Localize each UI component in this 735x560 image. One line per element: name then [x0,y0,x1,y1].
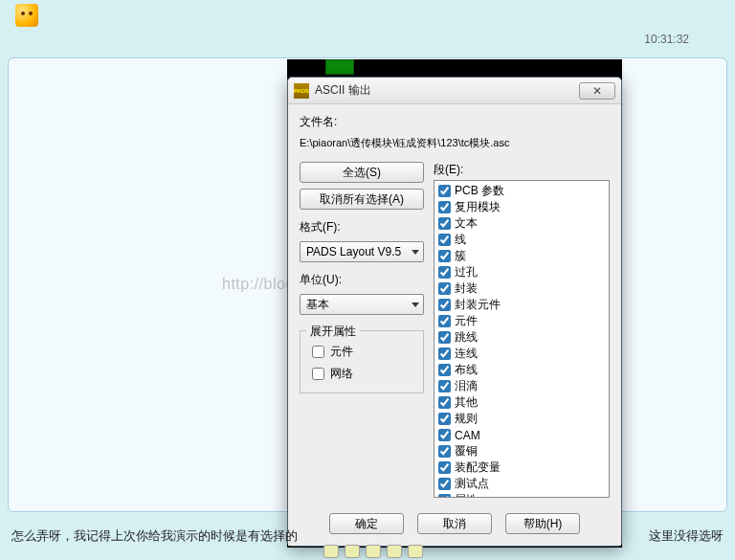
expand-group-legend: 展开属性 [306,324,360,340]
section-item[interactable]: 封装元件 [436,297,607,313]
sections-listbox[interactable]: PCB 参数复用模块文本线簇过孔封装封装元件元件跳线连线布线泪滴其他规则CAM覆… [434,180,610,498]
section-label: 覆铜 [455,443,478,459]
expand-component-checkbox[interactable] [312,346,324,358]
section-item[interactable]: 复用模块 [436,199,607,215]
avatar [15,4,38,27]
more-icon[interactable] [408,545,423,558]
section-checkbox[interactable] [438,478,451,490]
section-checkbox[interactable] [438,413,451,425]
section-item[interactable]: 其他 [436,394,607,411]
section-label: 簇 [455,248,466,264]
section-label: 属性 [455,492,478,498]
dialog-right-column: 段(E): PCB 参数复用模块文本线簇过孔封装封装元件元件跳线连线布线泪滴其他… [434,162,610,498]
section-item[interactable]: 元件 [436,313,607,329]
section-checkbox[interactable] [438,282,451,295]
dialog-left-column: 全选(S) 取消所有选择(A) 格式(F): PADS Layout V9.5 … [300,162,424,498]
expand-net-label: 网络 [330,366,353,382]
section-checkbox[interactable] [438,364,451,376]
section-checkbox[interactable] [438,461,451,474]
close-button[interactable]: ✕ [579,82,615,100]
section-checkbox[interactable] [438,494,451,498]
expand-component-checkbox-row[interactable]: 元件 [308,341,415,363]
units-label: 单位(U): [300,272,424,288]
pcb-canvas-stub [325,59,354,75]
chat-toolbar-stub [323,545,423,558]
format-value: PADS Layout V9.5 [306,245,401,258]
section-label: 封装元件 [455,297,501,313]
section-item[interactable]: PCB 参数 [436,183,607,199]
section-item[interactable]: 泪滴 [436,378,607,394]
dialog-body: 文件名: E:\piaoran\透传模块\钰成资料\123\tc模块.asc 全… [288,104,621,505]
section-item[interactable]: 装配变量 [436,459,607,476]
filename-path: E:\piaoran\透传模块\钰成资料\123\tc模块.asc [300,136,610,150]
section-item[interactable]: 覆铜 [436,443,607,459]
file-icon[interactable] [387,545,402,558]
section-label: 其他 [455,394,478,411]
sections-label: 段(E): [434,162,610,178]
chat-text-right: 这里没得选呀 [649,527,724,545]
section-checkbox[interactable] [438,266,451,279]
section-label: 装配变量 [455,459,501,476]
section-label: 连线 [455,346,478,362]
section-label: PCB 参数 [455,183,504,199]
expand-net-checkbox[interactable] [312,368,324,380]
section-checkbox[interactable] [438,299,451,311]
section-item[interactable]: 测试点 [436,476,607,492]
close-icon: ✕ [592,84,602,98]
section-label: CAM [455,429,480,442]
section-label: 测试点 [455,476,489,492]
expand-net-checkbox-row[interactable]: 网络 [308,363,415,385]
chevron-down-icon [412,302,419,307]
section-item[interactable]: 文本 [436,215,607,232]
section-checkbox[interactable] [438,315,451,327]
section-label: 复用模块 [455,199,501,215]
units-select[interactable]: 基本 [300,294,424,315]
section-label: 过孔 [455,264,478,280]
dialog-titlebar[interactable]: PADS ASCII 输出 ✕ [288,78,621,104]
screenshot-icon[interactable] [366,545,381,558]
section-label: 元件 [455,313,478,329]
section-label: 规则 [455,411,478,427]
unselect-all-button[interactable]: 取消所有选择(A) [300,189,424,210]
section-item[interactable]: 跳线 [436,329,607,346]
section-item[interactable]: CAM [436,427,607,443]
section-checkbox[interactable] [438,234,451,246]
section-checkbox[interactable] [438,217,451,230]
section-item[interactable]: 封装 [436,280,607,297]
dialog-title: ASCII 输出 [315,82,579,99]
format-label: 格式(F): [300,219,424,235]
pads-app-icon: PADS [294,83,309,99]
section-checkbox[interactable] [438,445,451,458]
section-checkbox[interactable] [438,396,451,409]
section-label: 文本 [455,215,478,232]
section-checkbox[interactable] [438,250,451,262]
section-item[interactable]: 连线 [436,346,607,362]
section-label: 线 [455,232,466,248]
section-checkbox[interactable] [438,185,451,197]
select-all-button[interactable]: 全选(S) [300,162,424,183]
section-checkbox[interactable] [438,429,451,441]
format-select[interactable]: PADS Layout V9.5 [300,241,424,262]
section-checkbox[interactable] [438,331,451,344]
chat-message-line: 怎么弄呀，我记得上次你给我演示的时候是有选择的 这里没得选呀 [11,527,724,545]
filename-label: 文件名: [300,114,610,130]
section-item[interactable]: 布线 [436,362,607,378]
image-icon[interactable] [345,545,360,558]
section-label: 泪滴 [455,378,478,394]
section-item[interactable]: 过孔 [436,264,607,280]
expand-attributes-group: 展开属性 元件 网络 [300,330,424,393]
expand-component-label: 元件 [330,344,353,360]
emoji-icon[interactable] [323,545,339,558]
section-checkbox[interactable] [438,347,451,360]
chat-text-left: 怎么弄呀，我记得上次你给我演示的时候是有选择的 [11,527,298,545]
section-label: 布线 [455,362,478,378]
section-item[interactable]: 线 [436,232,607,248]
section-item[interactable]: 规则 [436,411,607,427]
section-checkbox[interactable] [438,201,451,213]
section-label: 封装 [455,280,478,297]
section-item[interactable]: 簇 [436,248,607,264]
section-item[interactable]: 属性 [436,492,607,498]
message-timestamp: 10:31:32 [644,33,689,46]
section-checkbox[interactable] [438,380,451,392]
section-label: 跳线 [455,329,478,346]
